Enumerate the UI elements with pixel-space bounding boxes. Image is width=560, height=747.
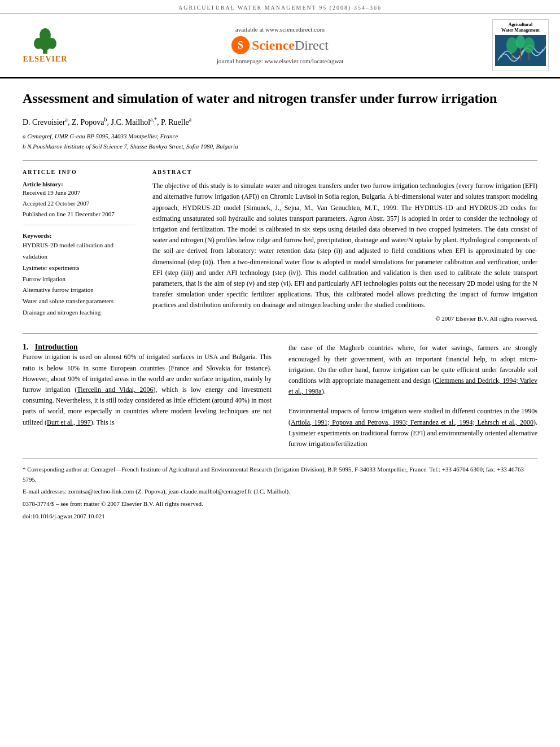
article-info-panel: ARTICLE INFO Article history: Received 1… [23,169,135,322]
intro-title-text: Introduction [35,343,78,351]
intro-left-text: Furrow irrigation is used on almost 60% … [23,352,272,427]
author-list: D. Crevoisiera, Z. Popovab, J.C. Mailhol… [23,118,191,126]
abstract-text: The objective of this study is to simula… [152,181,537,311]
article-title: Assessment and simulation of water and n… [23,90,537,107]
ref-burt[interactable]: Burt et al., 1997 [47,418,91,426]
intro-right-text-2: Environmental impacts of furrow irrigati… [288,406,537,449]
accepted-date: Accepted 22 October 2007 [23,198,135,209]
authors: D. Crevoisiera, Z. Popovab, J.C. Mailhol… [23,116,537,127]
intro-heading: 1. Introduction [23,343,272,352]
journal-logo-icon [495,35,546,66]
intro-section: 1. Introduction Furrow irrigation is use… [23,343,537,449]
keyword-3: Furrow irrigation [23,274,135,285]
keyword-4: Alternative furrow irrigation [23,285,135,296]
main-content: Assessment and simulation of water and n… [0,78,560,535]
footnote-doi: doi:10.1016/j.agwat.2007.10.021 [23,512,537,522]
section-num: 1. [23,343,29,351]
banner-right: AgriculturalWater Management [481,19,549,71]
affiliation-b: b N.Poushkarov Institute of Soil Science… [23,142,537,152]
article-info-heading: ARTICLE INFO [23,169,135,175]
keyword-1: HYDRUS-2D model calibration and validati… [23,240,135,263]
banner-center: available at www.sciencedirect.com S Sci… [79,26,481,64]
intro-right-text: the case of the Maghreb countries where,… [288,343,537,397]
email-zornitsa[interactable]: zornitsa@techno-link.com [68,488,134,495]
sd-text: ScienceDirect [252,38,329,53]
journal-header: AGRICULTURAL WATER MANAGEMENT 95 (2008) … [0,0,560,14]
affiliations: a Cemagref, UMR G-eau BP 5095, 34033 Mon… [23,132,537,151]
keywords-section: Keywords: HYDRUS-2D model calibration an… [23,231,135,318]
journal-url: journal homepage: www.elsevier.com/locat… [79,58,481,64]
keyword-6: Drainage and nitrogen leaching [23,307,135,318]
published-date: Published on line 21 December 2007 [23,209,135,220]
ref-clemmens[interactable]: Clemmens and Dedrick, 1994; Varlev et al… [288,377,537,395]
ref-tiercelin[interactable]: Tiercelin and Vidal, 2006 [77,386,153,394]
svg-point-6 [506,37,518,53]
banner: ELSEVIER available at www.sciencedirect.… [0,14,560,78]
intro-right-col: the case of the Maghreb countries where,… [288,343,537,449]
available-text: available at www.sciencedirect.com [79,26,481,33]
svg-point-8 [523,37,535,53]
keyword-2: Lysimeter experiments [23,263,135,274]
footnote-corresponding: * Corresponding author at: Cemagref—Fren… [23,465,537,484]
journal-logo-title: AgriculturalWater Management [495,22,546,33]
article-info-abstract: ARTICLE INFO Article history: Received 1… [23,160,537,322]
abstract-heading: ABSTRACT [152,169,537,175]
email-mailhol[interactable]: jean-claude.mailhol@cemagref.fr [168,488,252,495]
section-title: Introduction [35,343,78,351]
affiliation-a: a Cemagref, UMR G-eau BP 5095, 34033 Mon… [23,132,537,142]
history-label: Article history: [23,181,135,187]
keywords-list: HYDRUS-2D model calibration and validati… [23,240,135,318]
received-date: Received 19 June 2007 [23,187,135,198]
footnote-issn: 0378-3774/$ – see front matter © 2007 El… [23,499,537,509]
abstract-panel: ABSTRACT The objective of this study is … [152,169,537,322]
elsevier-logo-area: ELSEVIER [11,27,79,64]
svg-point-4 [40,28,51,42]
elsevier-logo: ELSEVIER [23,27,68,64]
journal-logo-box: AgriculturalWater Management [492,19,549,71]
footnote-section: * Corresponding author at: Cemagref—Fren… [23,458,537,521]
ref-artiola[interactable]: Artiola, 1991; Popova and Petrova, 1993;… [291,418,533,426]
footnote-email: E-mail addresses: zornitsa@techno-link.c… [23,487,537,497]
elsevier-name: ELSEVIER [23,55,68,64]
elsevier-tree-icon [28,27,62,55]
dates: Received 19 June 2007 Accepted 22 Octobe… [23,187,135,219]
keyword-5: Water and solute transfer parameters [23,296,135,307]
sd-icon: S [231,36,250,54]
section-divider [23,333,537,334]
history-section: Article history: Received 19 June 2007 A… [23,181,135,225]
keywords-label: Keywords: [23,232,51,239]
sciencedirect-logo: S ScienceDirect [79,36,481,54]
journal-title-text: AGRICULTURAL WATER MANAGEMENT 95 (2008) … [178,5,382,11]
copyright: © 2007 Elsevier B.V. All rights reserved… [152,315,537,322]
intro-left-col: 1. Introduction Furrow irrigation is use… [23,343,272,449]
